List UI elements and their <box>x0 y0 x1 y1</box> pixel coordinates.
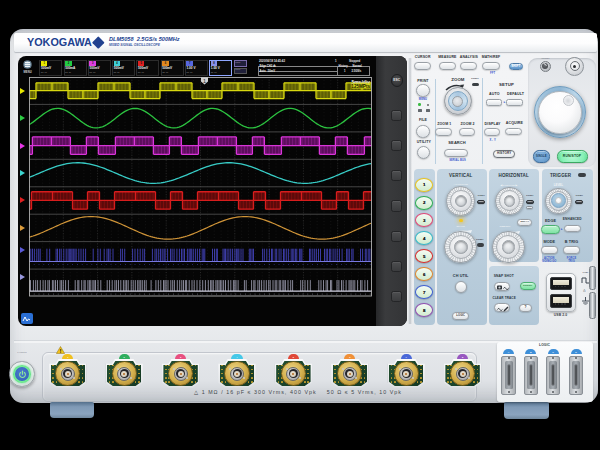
svg-text:125MPts: 125MPts <box>351 84 370 89</box>
svg-text:1: 1 <box>203 78 206 84</box>
svg-text:!: ! <box>60 347 62 353</box>
